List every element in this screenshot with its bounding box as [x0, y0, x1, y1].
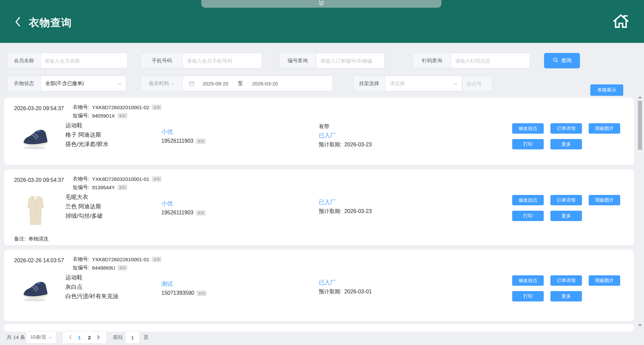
date-from-value[interactable]: 2025-09-20 — [203, 81, 228, 86]
more-button[interactable]: 更多 — [550, 211, 582, 221]
back-button[interactable] — [13, 15, 23, 28]
clothing-status-select[interactable]: 全部(不含已撤单) — [40, 76, 126, 91]
member-name-link[interactable]: 小优 — [161, 200, 206, 207]
search-button[interactable]: 查询 — [544, 53, 580, 68]
receive-time-label: 收衣时间 — [149, 80, 169, 87]
flaw-images-button[interactable]: 瑕疵图片 — [589, 123, 620, 134]
order-detail-button[interactable]: 订单详情 — [550, 195, 582, 205]
modify-hang-point-button[interactable]: 修改挂点 — [512, 195, 544, 205]
home-button[interactable] — [611, 11, 631, 31]
rack-select[interactable]: 请选择 — [385, 76, 462, 91]
table-view-button[interactable]: 表格展示 — [590, 84, 623, 96]
more-button[interactable]: 更多 — [550, 291, 582, 301]
member-name-link[interactable]: 小优 — [161, 128, 206, 136]
chevron-down-icon — [118, 80, 122, 86]
page-title: 衣物查询 — [29, 16, 72, 30]
copy-button[interactable]: 复制 — [118, 265, 127, 270]
print-button[interactable]: 打印 — [512, 139, 544, 149]
copy-button[interactable]: 复制 — [152, 257, 161, 262]
item-flaws: 搭色/光泽差/胶水 — [65, 140, 108, 149]
short-no-label: 短编号: — [73, 113, 89, 119]
flaw-images-button[interactable]: 瑕疵图片 — [589, 195, 620, 205]
item-flaws: 掉绒/勾丝/多破 — [65, 211, 103, 221]
print-button[interactable]: 打印 — [512, 291, 544, 301]
member-name-input[interactable] — [41, 58, 127, 64]
scroll-up-arrow[interactable] — [638, 96, 642, 98]
order-detail-button[interactable]: 订单详情 — [550, 275, 582, 286]
item-attributes: 兰色 阿迪达斯 — [65, 202, 103, 211]
receive-time-type-select[interactable]: 收衣时间 — [141, 76, 182, 91]
magnifier-icon — [552, 57, 558, 64]
member-info: 小优 19526111903 复制 — [161, 128, 206, 144]
clothing-no-value: YXK8D726032010001-02 — [92, 105, 149, 110]
more-button[interactable]: 更多 — [550, 139, 582, 149]
chevron-down-icon — [454, 80, 458, 86]
modify-hang-point-button[interactable]: 修改挂点 — [512, 123, 544, 134]
item-photo-coat[interactable] — [23, 194, 48, 226]
hang-point-input[interactable] — [463, 81, 492, 86]
pager: 1 2 — [62, 331, 107, 344]
item-photo-sneaker[interactable] — [20, 122, 51, 154]
status-link[interactable]: 已入厂 — [319, 278, 372, 287]
date-range-picker[interactable]: 2025-09-20 至 2026-03-20 — [182, 76, 333, 91]
page-size-select[interactable]: 10条/页 — [26, 331, 57, 344]
clothing-card: 2026-03-20 09:54:37 衣物号: YXK8D7260320100… — [4, 169, 634, 245]
item-attributes: 格子 阿迪达斯 — [65, 130, 108, 140]
collapse-header-handle[interactable] — [201, 0, 441, 8]
short-no-value: 9139544Y — [92, 185, 115, 190]
print-button[interactable]: 打印 — [512, 211, 544, 221]
phone-filter: 手机号码 — [141, 53, 262, 68]
home-icon — [611, 26, 631, 32]
item-photo-sneaker[interactable] — [20, 274, 51, 306]
pickup-label: 预计取期: — [319, 207, 341, 216]
date-separator: 至 — [238, 80, 243, 87]
page-number-2[interactable]: 2 — [86, 335, 93, 340]
calendar-icon — [189, 81, 195, 86]
prev-page-button[interactable] — [67, 334, 73, 341]
copy-button[interactable]: 复制 — [196, 139, 206, 144]
scroll-down-arrow[interactable] — [638, 324, 642, 327]
pin-query-label: 钉码查询 — [413, 53, 451, 68]
clothing-no-label: 衣物号: — [73, 104, 89, 111]
member-phone: 19526111903 — [161, 138, 194, 144]
date-to-value[interactable]: 2026-03-20 — [252, 81, 278, 86]
pin-query-input[interactable] — [451, 58, 530, 64]
card-actions: 修改挂点 订单详情 瑕疵图片 打印 更多 — [512, 275, 620, 301]
clothing-status-label: 衣物状态 — [7, 76, 40, 91]
pin-query-filter: 钉码查询 — [413, 53, 530, 68]
clothing-no-value: YXK8D726032010001-01 — [92, 176, 149, 182]
member-info: 小优 19526111903 复制 — [161, 200, 206, 216]
remark-label: 备注: — [14, 236, 25, 242]
copy-button[interactable]: 复制 — [152, 105, 161, 110]
goto-page-input[interactable] — [125, 331, 140, 344]
copy-button[interactable]: 复制 — [118, 113, 127, 118]
chevron-down-icon — [48, 335, 52, 340]
number-query-input[interactable] — [316, 58, 384, 64]
scrollbar — [637, 95, 643, 330]
status-link[interactable]: 已入厂 — [319, 131, 372, 140]
receive-datetime: 2026-03-20 09:54:37 — [14, 175, 73, 192]
clothing-no-label: 衣物号: — [73, 256, 89, 263]
phone-input[interactable] — [183, 58, 262, 64]
member-phone: 19526111903 — [161, 210, 194, 216]
member-info: 测试 15071393590 复制 — [161, 280, 206, 296]
status-link[interactable]: 已入厂 — [319, 198, 372, 207]
flaw-images-button[interactable]: 瑕疵图片 — [589, 275, 620, 286]
item-flaws: 白色污渍/衬有夹克油 — [65, 292, 118, 301]
clothing-list: 2026-03-20 09:54:37 衣物号: YXK8D7260320100… — [4, 98, 634, 326]
order-detail-button[interactable]: 订单详情 — [550, 123, 582, 134]
scrollbar-thumb[interactable] — [638, 101, 642, 150]
member-name-link[interactable]: 测试 — [161, 280, 206, 288]
clothing-status-filter: 衣物状态 全部(不含已撤单) — [7, 76, 126, 91]
item-description: 运动鞋 格子 阿迪达斯 搭色/光泽差/胶水 — [65, 121, 108, 149]
copy-button[interactable]: 复制 — [196, 210, 206, 215]
next-page-button[interactable] — [96, 334, 101, 341]
item-description: 毛呢大衣 兰色 阿迪达斯 掉绒/勾丝/多破 — [65, 193, 103, 221]
modify-hang-point-button[interactable]: 修改挂点 — [512, 275, 544, 286]
copy-button[interactable]: 复制 — [118, 185, 127, 190]
receive-time-filter: 收衣时间 2025-09-20 至 2026-03-20 — [141, 76, 333, 91]
copy-button[interactable]: 复制 — [152, 177, 161, 182]
page-number-1[interactable]: 1 — [76, 335, 83, 340]
pickup-date: 2026-03-23 — [344, 140, 372, 149]
copy-button[interactable]: 复制 — [197, 291, 206, 296]
